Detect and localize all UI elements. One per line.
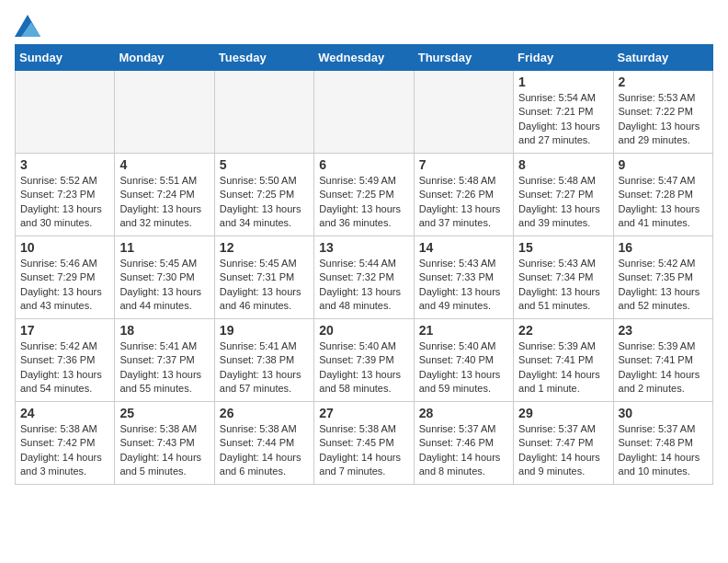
day-number: 16	[619, 240, 708, 255]
day-info: Sunrise: 5:42 AMSunset: 7:35 PMDaylight:…	[619, 257, 708, 314]
calendar-cell: 4Sunrise: 5:51 AMSunset: 7:24 PMDaylight…	[115, 154, 214, 236]
page-header	[15, 15, 713, 37]
calendar-cell	[314, 71, 414, 154]
day-info: Sunrise: 5:38 AMSunset: 7:43 PMDaylight:…	[119, 422, 209, 479]
calendar-cell: 26Sunrise: 5:38 AMSunset: 7:44 PMDayligh…	[214, 402, 313, 485]
calendar-cell: 11Sunrise: 5:45 AMSunset: 7:30 PMDayligh…	[115, 236, 214, 319]
day-info: Sunrise: 5:37 AMSunset: 7:46 PMDaylight:…	[419, 422, 508, 479]
calendar-cell: 18Sunrise: 5:41 AMSunset: 7:37 PMDayligh…	[115, 319, 214, 402]
day-info: Sunrise: 5:42 AMSunset: 7:36 PMDaylight:…	[20, 339, 109, 396]
day-number: 21	[419, 323, 508, 338]
calendar-cell: 8Sunrise: 5:48 AMSunset: 7:27 PMDaylight…	[514, 154, 613, 236]
weekday-header-saturday: Saturday	[613, 45, 712, 71]
calendar-week-row: 3Sunrise: 5:52 AMSunset: 7:23 PMDaylight…	[16, 154, 713, 236]
day-number: 14	[419, 240, 508, 255]
day-number: 27	[319, 406, 408, 420]
calendar-cell: 27Sunrise: 5:38 AMSunset: 7:45 PMDayligh…	[314, 402, 414, 485]
day-number: 10	[20, 240, 109, 255]
calendar-cell: 3Sunrise: 5:52 AMSunset: 7:23 PMDaylight…	[16, 154, 115, 236]
weekday-header-sunday: Sunday	[16, 45, 115, 71]
logo	[15, 15, 44, 37]
calendar-week-row: 10Sunrise: 5:46 AMSunset: 7:29 PMDayligh…	[16, 236, 713, 319]
day-number: 3	[20, 157, 109, 172]
day-info: Sunrise: 5:43 AMSunset: 7:33 PMDaylight:…	[419, 257, 508, 314]
day-info: Sunrise: 5:38 AMSunset: 7:45 PMDaylight:…	[319, 422, 408, 479]
day-info: Sunrise: 5:39 AMSunset: 7:41 PMDaylight:…	[619, 339, 708, 396]
calendar-cell: 14Sunrise: 5:43 AMSunset: 7:33 PMDayligh…	[414, 236, 513, 319]
calendar-cell	[16, 71, 115, 154]
day-info: Sunrise: 5:40 AMSunset: 7:39 PMDaylight:…	[319, 339, 408, 396]
day-info: Sunrise: 5:48 AMSunset: 7:27 PMDaylight:…	[518, 174, 608, 231]
day-info: Sunrise: 5:46 AMSunset: 7:29 PMDaylight:…	[20, 257, 109, 314]
weekday-header-friday: Friday	[514, 45, 613, 71]
day-number: 2	[619, 75, 708, 89]
day-info: Sunrise: 5:43 AMSunset: 7:34 PMDaylight:…	[518, 257, 608, 314]
calendar-week-row: 17Sunrise: 5:42 AMSunset: 7:36 PMDayligh…	[16, 319, 713, 402]
day-number: 17	[20, 323, 109, 338]
day-info: Sunrise: 5:52 AMSunset: 7:23 PMDaylight:…	[20, 174, 109, 231]
day-number: 25	[119, 406, 209, 420]
weekday-header-tuesday: Tuesday	[214, 45, 313, 71]
calendar-cell: 6Sunrise: 5:49 AMSunset: 7:25 PMDaylight…	[314, 154, 414, 236]
day-info: Sunrise: 5:41 AMSunset: 7:38 PMDaylight:…	[220, 339, 309, 396]
calendar-cell: 7Sunrise: 5:48 AMSunset: 7:26 PMDaylight…	[414, 154, 513, 236]
day-info: Sunrise: 5:39 AMSunset: 7:41 PMDaylight:…	[518, 339, 608, 396]
calendar-cell: 2Sunrise: 5:53 AMSunset: 7:22 PMDaylight…	[613, 71, 712, 154]
day-number: 15	[518, 240, 608, 255]
day-number: 6	[319, 157, 408, 172]
calendar-cell: 19Sunrise: 5:41 AMSunset: 7:38 PMDayligh…	[214, 319, 313, 402]
day-info: Sunrise: 5:37 AMSunset: 7:48 PMDaylight:…	[619, 422, 708, 479]
weekday-header-wednesday: Wednesday	[314, 45, 414, 71]
calendar-cell	[414, 71, 513, 154]
weekday-header-monday: Monday	[115, 45, 214, 71]
day-number: 24	[20, 406, 109, 420]
calendar-cell: 21Sunrise: 5:40 AMSunset: 7:40 PMDayligh…	[414, 319, 513, 402]
calendar-week-row: 24Sunrise: 5:38 AMSunset: 7:42 PMDayligh…	[16, 402, 713, 485]
calendar-cell: 20Sunrise: 5:40 AMSunset: 7:39 PMDayligh…	[314, 319, 414, 402]
calendar-cell: 1Sunrise: 5:54 AMSunset: 7:21 PMDaylight…	[514, 71, 613, 154]
day-info: Sunrise: 5:48 AMSunset: 7:26 PMDaylight:…	[419, 174, 508, 231]
day-number: 29	[518, 406, 608, 420]
day-number: 20	[319, 323, 408, 338]
day-number: 7	[419, 157, 508, 172]
calendar-cell: 24Sunrise: 5:38 AMSunset: 7:42 PMDayligh…	[16, 402, 115, 485]
day-number: 23	[619, 323, 708, 338]
calendar-week-row: 1Sunrise: 5:54 AMSunset: 7:21 PMDaylight…	[16, 71, 713, 154]
day-number: 13	[319, 240, 408, 255]
calendar-cell: 28Sunrise: 5:37 AMSunset: 7:46 PMDayligh…	[414, 402, 513, 485]
day-info: Sunrise: 5:44 AMSunset: 7:32 PMDaylight:…	[319, 257, 408, 314]
calendar-cell: 17Sunrise: 5:42 AMSunset: 7:36 PMDayligh…	[16, 319, 115, 402]
day-number: 30	[619, 406, 708, 420]
day-info: Sunrise: 5:53 AMSunset: 7:22 PMDaylight:…	[619, 91, 708, 148]
day-info: Sunrise: 5:38 AMSunset: 7:44 PMDaylight:…	[220, 422, 309, 479]
calendar-cell: 16Sunrise: 5:42 AMSunset: 7:35 PMDayligh…	[613, 236, 712, 319]
day-number: 11	[119, 240, 209, 255]
weekday-header-thursday: Thursday	[414, 45, 513, 71]
day-info: Sunrise: 5:47 AMSunset: 7:28 PMDaylight:…	[619, 174, 708, 231]
calendar-cell: 22Sunrise: 5:39 AMSunset: 7:41 PMDayligh…	[514, 319, 613, 402]
calendar-cell: 30Sunrise: 5:37 AMSunset: 7:48 PMDayligh…	[613, 402, 712, 485]
calendar-cell: 23Sunrise: 5:39 AMSunset: 7:41 PMDayligh…	[613, 319, 712, 402]
day-number: 8	[518, 157, 608, 172]
calendar-cell: 12Sunrise: 5:45 AMSunset: 7:31 PMDayligh…	[214, 236, 313, 319]
calendar-cell: 25Sunrise: 5:38 AMSunset: 7:43 PMDayligh…	[115, 402, 214, 485]
day-number: 12	[220, 240, 309, 255]
day-number: 5	[220, 157, 309, 172]
day-info: Sunrise: 5:45 AMSunset: 7:30 PMDaylight:…	[119, 257, 209, 314]
day-number: 1	[518, 75, 608, 89]
calendar-cell	[214, 71, 313, 154]
day-info: Sunrise: 5:37 AMSunset: 7:47 PMDaylight:…	[518, 422, 608, 479]
day-number: 28	[419, 406, 508, 420]
calendar-cell	[115, 71, 214, 154]
day-info: Sunrise: 5:45 AMSunset: 7:31 PMDaylight:…	[220, 257, 309, 314]
calendar-cell: 13Sunrise: 5:44 AMSunset: 7:32 PMDayligh…	[314, 236, 414, 319]
day-number: 9	[619, 157, 708, 172]
day-number: 26	[220, 406, 309, 420]
day-info: Sunrise: 5:41 AMSunset: 7:37 PMDaylight:…	[119, 339, 209, 396]
day-info: Sunrise: 5:49 AMSunset: 7:25 PMDaylight:…	[319, 174, 408, 231]
calendar-cell: 5Sunrise: 5:50 AMSunset: 7:25 PMDaylight…	[214, 154, 313, 236]
calendar-cell: 15Sunrise: 5:43 AMSunset: 7:34 PMDayligh…	[514, 236, 613, 319]
calendar-table: SundayMondayTuesdayWednesdayThursdayFrid…	[15, 44, 713, 485]
weekday-header-row: SundayMondayTuesdayWednesdayThursdayFrid…	[16, 45, 713, 71]
day-number: 4	[119, 157, 209, 172]
